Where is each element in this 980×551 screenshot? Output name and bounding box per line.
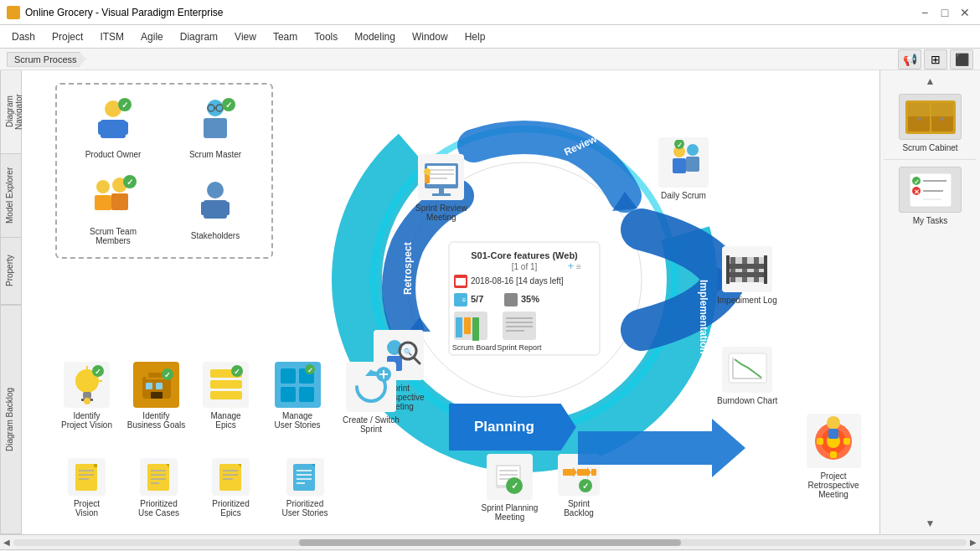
svg-rect-51 [503, 312, 536, 340]
sidebar-tab-diagram-backlog[interactable]: Diagram Backlog [0, 305, 21, 534]
svg-point-19 [207, 182, 224, 198]
svg-rect-76 [728, 264, 766, 269]
svg-rect-14 [95, 195, 111, 210]
create-switch-sprint[interactable]: Create / SwitchSprint [338, 362, 405, 434]
svg-rect-73 [730, 257, 735, 282]
svg-rect-102 [146, 383, 152, 389]
manage-user-stories-label: ManageUser Stories [274, 411, 320, 430]
svg-rect-127 [94, 464, 97, 467]
svg-rect-39 [456, 275, 466, 278]
scroll-right-btn[interactable]: ▶ [970, 538, 977, 547]
sidebar-tab-diagram-navigator[interactable]: Diagram Navigator [0, 70, 21, 154]
canvas-area: ✓ Product Owner ✓ [22, 70, 879, 534]
breadcrumb[interactable]: Scrum Process [7, 52, 86, 67]
minimize-button[interactable]: − [916, 4, 933, 21]
prioritized-epics-label: PrioritizedEpics [212, 499, 249, 518]
menu-window[interactable]: Window [404, 28, 456, 46]
burndown-chart-label: Burndown Chart [717, 396, 777, 405]
menu-project[interactable]: Project [44, 28, 91, 46]
sprint-planning-meeting-label: Sprint PlanningMeeting [482, 503, 539, 522]
svg-rect-67 [673, 158, 686, 173]
planning-section: Planning [449, 404, 576, 451]
planning-button[interactable]: Planning [449, 404, 576, 451]
project-retrospective-meeting[interactable]: Project RetrospectiveMeeting [796, 414, 871, 499]
project-vision-doc-label: ProjectVision [74, 499, 100, 518]
svg-rect-78 [726, 255, 730, 284]
svg-rect-139 [293, 464, 315, 491]
menu-diagram[interactable]: Diagram [172, 28, 226, 46]
menu-itsm[interactable]: ITSM [91, 28, 132, 46]
planning-label: Planning [474, 419, 534, 435]
prioritized-use-cases[interactable]: PrioritizedUse Cases [127, 458, 190, 518]
svg-rect-134 [219, 464, 241, 491]
svg-rect-47 [456, 317, 462, 337]
svg-point-97 [84, 398, 90, 404]
maximize-button[interactable]: □ [936, 4, 953, 21]
svg-rect-22 [222, 202, 230, 215]
my-tasks-item[interactable]: ✓ ✕ My Tasks [899, 167, 962, 225]
scroll-left-btn[interactable]: ◀ [3, 538, 10, 547]
manage-user-stories[interactable]: ✓ ManageUser Stories [264, 362, 331, 430]
scrum-master[interactable]: ✓ Scrum Master [189, 96, 241, 159]
svg-rect-115 [299, 387, 314, 402]
svg-text:✓: ✓ [307, 367, 313, 374]
bottom-row-1: ✓ IdentifyProject Vision [55, 362, 405, 434]
menu-team[interactable]: Team [265, 28, 306, 46]
scrum-cabinet-item[interactable]: Scrum Cabinet [899, 94, 962, 152]
svg-rect-103 [156, 383, 162, 389]
team-box: ✓ Product Owner ✓ [55, 83, 273, 259]
menu-view[interactable]: View [226, 28, 265, 46]
svg-point-173 [917, 117, 921, 121]
scroll-thumb[interactable] [299, 539, 680, 546]
my-tasks-label: My Tasks [913, 216, 948, 225]
sprint-planning-meeting[interactable]: ✓ Sprint PlanningMeeting [478, 454, 541, 522]
svg-rect-69 [686, 157, 699, 172]
impediment-log-label: Impediment Log [717, 296, 777, 305]
scrum-team-members[interactable]: ✓ Scrum TeamMembers [86, 173, 141, 245]
stakeholders-icon [190, 178, 240, 228]
svg-text:✓: ✓ [126, 178, 133, 187]
svg-rect-21 [201, 202, 209, 215]
product-owner[interactable]: ✓ Product Owner [85, 96, 142, 159]
manage-epics[interactable]: ✓ ManageEpics [194, 362, 257, 430]
sidebar-tab-model-explorer[interactable]: Model Explorer [0, 154, 21, 238]
create-switch-sprint-label: Create / SwitchSprint [343, 415, 400, 434]
svg-rect-79 [764, 255, 767, 284]
svg-rect-122 [75, 464, 97, 491]
scroll-down-arrow[interactable]: ▼ [926, 518, 936, 529]
sidebar-tab-property[interactable]: Property [0, 238, 21, 305]
menu-dash[interactable]: Dash [3, 28, 44, 46]
close-button[interactable]: ✕ [957, 4, 973, 21]
identify-project-vision[interactable]: ✓ IdentifyProject Vision [55, 362, 118, 430]
prioritized-user-stories[interactable]: PrioritizedUser Stories [271, 458, 338, 518]
planning-arrow-right [578, 415, 745, 484]
scrum-team-icon: ✓ [86, 173, 141, 224]
prioritized-epics[interactable]: PrioritizedEpics [199, 458, 262, 518]
sprint-backlog-label: SprintBacklog [564, 499, 594, 518]
svg-line-87 [414, 358, 420, 363]
impediment-log[interactable]: Impediment Log [717, 246, 777, 305]
announce-icon[interactable]: 📢 [898, 49, 921, 70]
window-controls[interactable]: − □ ✕ [916, 4, 973, 21]
scroll-up-arrow[interactable]: ▲ [926, 75, 936, 87]
svg-text:≡: ≡ [462, 296, 467, 304]
svg-rect-7 [204, 118, 227, 138]
svg-point-68 [687, 144, 699, 156]
stakeholders-label: Stakeholders [191, 231, 240, 240]
grid-icon[interactable]: ⊞ [924, 49, 947, 70]
horizontal-scrollbar[interactable]: ◀ ▶ [0, 534, 980, 549]
burndown-chart[interactable]: Burndown Chart [717, 347, 777, 405]
svg-rect-163 [830, 451, 837, 458]
project-vision-doc[interactable]: ProjectVision [55, 458, 118, 518]
identify-business-goals[interactable]: ✓ IdentifyBusiness Goals [125, 362, 188, 430]
daily-scrum[interactable]: ✓ Daily Scrum [658, 137, 709, 200]
menu-modeling[interactable]: Modeling [346, 28, 404, 46]
menu-tools[interactable]: Tools [306, 28, 346, 46]
menu-agile[interactable]: Agile [132, 28, 172, 46]
svg-text:≡: ≡ [576, 262, 581, 271]
sprint-review-meeting[interactable]: Sprint ReviewMeeting [415, 154, 467, 222]
menu-help[interactable]: Help [456, 28, 494, 46]
stakeholders[interactable]: Stakeholders [190, 178, 240, 240]
panel-icon[interactable]: ⬛ [950, 49, 973, 70]
breadcrumb-label: Scrum Process [14, 54, 77, 64]
